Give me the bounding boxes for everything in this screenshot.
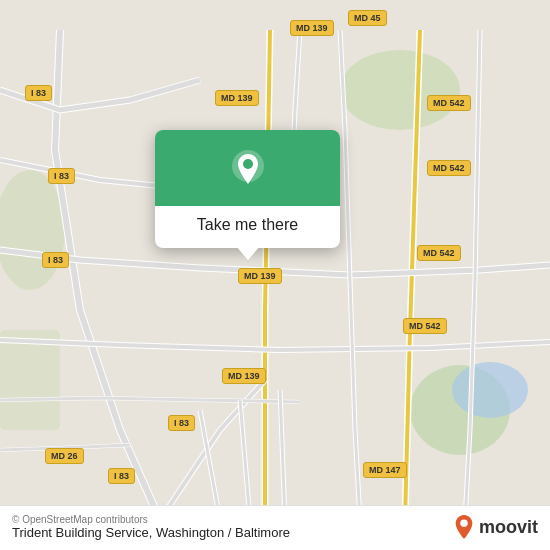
svg-point-4 <box>452 362 528 418</box>
road-badge-md26: MD 26 <box>45 448 84 464</box>
road-badge-md139-3: MD 139 <box>238 268 282 284</box>
road-badge-md542-2: MD 542 <box>427 160 471 176</box>
take-me-there-button[interactable]: Take me there <box>181 206 314 248</box>
moovit-brand-text: moovit <box>479 517 538 538</box>
popup-green-header <box>155 130 340 206</box>
svg-point-6 <box>243 159 253 169</box>
road-badge-md139-4: MD 139 <box>222 368 266 384</box>
road-badge-i83-3: I 83 <box>42 252 69 268</box>
road-badge-md45: MD 45 <box>348 10 387 26</box>
road-badge-i83-4: I 83 <box>168 415 195 431</box>
map-container: MD 45 MD 139 MD 139 MD 139 MD 139 MD 542… <box>0 0 550 550</box>
road-badge-i83-2: I 83 <box>48 168 75 184</box>
svg-point-2 <box>0 170 65 290</box>
road-badge-md139-1: MD 139 <box>290 20 334 36</box>
road-badge-md542-3: MD 542 <box>417 245 461 261</box>
popup-card[interactable]: Take me there <box>155 130 340 248</box>
road-badge-i83-5: I 83 <box>108 468 135 484</box>
location-label: Trident Building Service, Washington / B… <box>12 525 290 540</box>
svg-point-7 <box>460 520 467 527</box>
svg-point-0 <box>340 50 460 130</box>
bottom-bar: © OpenStreetMap contributors Trident Bui… <box>0 505 550 550</box>
moovit-logo[interactable]: moovit <box>453 514 538 540</box>
location-pin-icon <box>226 148 270 192</box>
moovit-pin-icon <box>453 514 475 540</box>
bottom-bar-info: © OpenStreetMap contributors Trident Bui… <box>12 514 290 540</box>
road-badge-md542-4: MD 542 <box>403 318 447 334</box>
road-badge-md147: MD 147 <box>363 462 407 478</box>
road-badge-md139-2: MD 139 <box>215 90 259 106</box>
road-badge-md542-1: MD 542 <box>427 95 471 111</box>
copyright-text: © OpenStreetMap contributors <box>12 514 290 525</box>
road-badge-i83-1: I 83 <box>25 85 52 101</box>
